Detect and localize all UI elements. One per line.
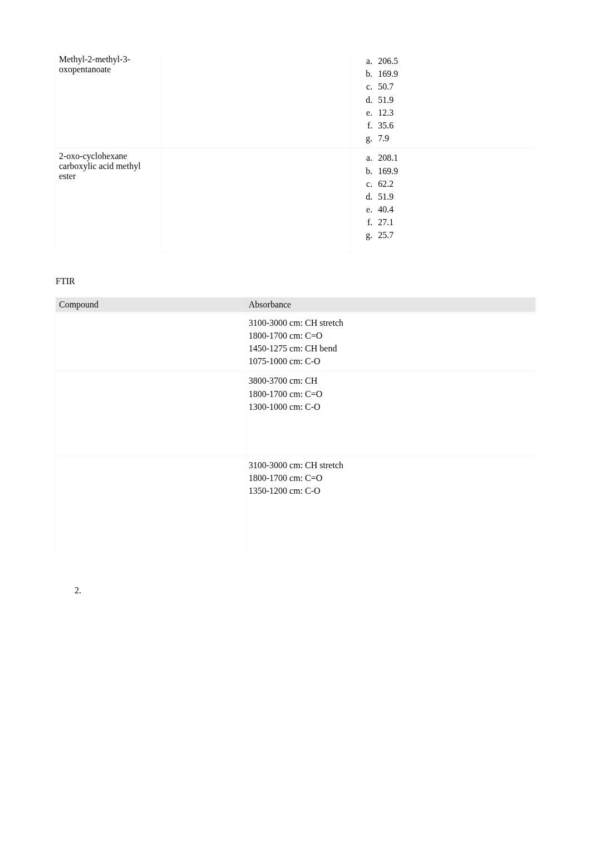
compound-cell xyxy=(56,314,245,370)
absorbance-line: 3100-3000 cm: CH stretch xyxy=(249,316,532,329)
list-item: 50.7 xyxy=(375,80,532,93)
table-header-row: Compound Absorbance xyxy=(56,297,535,312)
table-row: Methyl-2-methyl-3-oxopentanoate 206.5 16… xyxy=(56,52,535,147)
list-item xyxy=(83,586,535,596)
nmr-table: Methyl-2-methyl-3-oxopentanoate 206.5 16… xyxy=(56,50,535,254)
table-row: 3100-3000 cm: CH stretch 1800-1700 cm: C… xyxy=(56,457,535,550)
absorbance-cell: 3800-3700 cm: CH 1800-1700 cm: C=O 1300-… xyxy=(245,372,535,454)
empty-cell xyxy=(161,52,351,147)
list-item: 35.6 xyxy=(375,119,532,132)
ftir-table: Compound Absorbance 3100-3000 cm: CH str… xyxy=(56,295,535,552)
absorbance-line: 1800-1700 cm: C=O xyxy=(249,329,532,342)
absorbance-line: 1350-1200 cm: C-O xyxy=(249,484,532,497)
list-item: 51.9 xyxy=(375,190,532,203)
absorbance-line: 1800-1700 cm: C=O xyxy=(249,388,532,400)
empty-cell xyxy=(161,149,351,251)
compound-cell: Methyl-2-methyl-3-oxopentanoate xyxy=(56,52,161,147)
absorbance-line: 1300-1000 cm: C-O xyxy=(249,400,532,413)
absorbance-line: 3100-3000 cm: CH stretch xyxy=(249,459,532,472)
absorbance-cell: 3100-3000 cm: CH stretch 1800-1700 cm: C… xyxy=(245,457,535,550)
absorbance-line: 3800-3700 cm: CH xyxy=(249,374,532,387)
list-item: 51.9 xyxy=(375,93,532,106)
list-item: 208.1 xyxy=(375,151,532,164)
list-item: 206.5 xyxy=(375,54,532,67)
list-item: 25.7 xyxy=(375,229,532,241)
table-row: 3100-3000 cm: CH stretch 1800-1700 cm: C… xyxy=(56,314,535,370)
table-row: 3800-3700 cm: CH 1800-1700 cm: C=O 1300-… xyxy=(56,372,535,454)
compound-cell xyxy=(56,457,245,550)
values-cell: 208.1 169.9 62.2 51.9 40.4 27.1 25.7 xyxy=(351,149,535,251)
absorbance-cell: 3100-3000 cm: CH stretch 1800-1700 cm: C… xyxy=(245,314,535,370)
list-item: 40.4 xyxy=(375,203,532,216)
values-cell: 206.5 169.9 50.7 51.9 12.3 35.6 7.9 xyxy=(351,52,535,147)
column-header-absorbance: Absorbance xyxy=(245,297,535,312)
list-item: 169.9 xyxy=(375,165,532,177)
absorbance-line: 1450-1275 cm: CH bend xyxy=(249,342,532,355)
table-row: 2-oxo-cyclohexane carboxylic acid methyl… xyxy=(56,149,535,251)
list-item: 62.2 xyxy=(375,177,532,190)
absorbance-line: 1075-1000 cm: C-O xyxy=(249,355,532,368)
ftir-heading: FTIR xyxy=(56,276,535,286)
list-item: 169.9 xyxy=(375,67,532,80)
absorbance-line: 1800-1700 cm: C=O xyxy=(249,472,532,484)
column-header-compound: Compound xyxy=(56,297,245,312)
values-list: 208.1 169.9 62.2 51.9 40.4 27.1 25.7 xyxy=(360,151,532,241)
compound-cell xyxy=(56,372,245,454)
list-item: 27.1 xyxy=(375,216,532,229)
numbered-list xyxy=(56,586,535,596)
compound-cell: 2-oxo-cyclohexane carboxylic acid methyl… xyxy=(56,149,161,251)
values-list: 206.5 169.9 50.7 51.9 12.3 35.6 7.9 xyxy=(360,54,532,145)
list-item: 7.9 xyxy=(375,132,532,145)
list-item: 12.3 xyxy=(375,106,532,119)
